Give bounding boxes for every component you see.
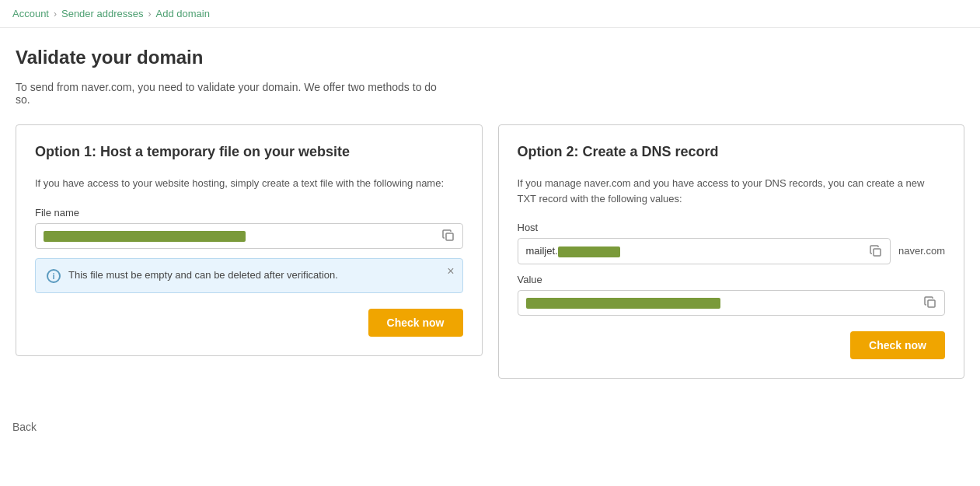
breadcrumb-separator-1: › (54, 9, 57, 19)
page-title: Validate your domain (16, 47, 964, 68)
page-content: Validate your domain To send from naver.… (0, 28, 980, 394)
option1-description: If you have access to your website hosti… (35, 176, 463, 191)
option2-host-domain: naver.com (898, 245, 945, 257)
svg-rect-0 (446, 233, 453, 240)
option2-card: Option 2: Create a DNS record If you man… (498, 124, 965, 379)
copy-icon-2 (870, 245, 882, 257)
option2-host-value: mailjet. (518, 239, 863, 264)
option1-file-name-value (36, 224, 434, 249)
option1-file-name-redacted (44, 231, 246, 242)
page-description: To send from naver.com, you need to vali… (16, 81, 451, 106)
back-link-container: Back (0, 413, 980, 441)
option2-value-display (518, 291, 917, 316)
option2-description: If you manage naver.com and you have acc… (518, 176, 946, 206)
info-icon: i (47, 269, 61, 283)
info-close-button[interactable]: × (447, 265, 454, 278)
option2-host-prefix: mailjet. (526, 245, 558, 257)
option1-info-text: This file must be empty and can be delet… (68, 268, 338, 282)
option2-value-input-wrapper (518, 290, 946, 316)
breadcrumb-separator-2: › (148, 9, 152, 19)
option2-check-now-button[interactable]: Check now (850, 331, 945, 359)
option1-title: Option 1: Host a temporary file on your … (35, 144, 463, 160)
back-link[interactable]: Back (12, 421, 37, 433)
option2-title: Option 2: Create a DNS record (518, 144, 946, 160)
option1-info-box: i This file must be empty and can be del… (35, 258, 463, 293)
option1-file-name-label: File name (35, 207, 463, 219)
svg-rect-1 (874, 249, 881, 256)
option2-value-copy-button[interactable] (916, 292, 944, 313)
option2-host-label: Host (518, 222, 946, 233)
option2-host-row: mailjet. naver.com (518, 238, 946, 264)
svg-rect-2 (928, 300, 935, 307)
breadcrumb: Account › Sender addresses › Add domain (0, 0, 980, 28)
option2-host-copy-button[interactable] (862, 240, 890, 262)
option1-file-name-input-wrapper (35, 223, 463, 250)
option2-host-input-wrapper: mailjet. (518, 238, 891, 264)
option2-value-label: Value (518, 274, 946, 285)
breadcrumb-account-link[interactable]: Account (12, 8, 49, 19)
copy-icon (442, 229, 455, 242)
options-container: Option 1: Host a temporary file on your … (16, 124, 964, 379)
option1-card: Option 1: Host a temporary file on your … (16, 124, 483, 356)
option2-host-redacted (558, 246, 620, 257)
breadcrumb-current: Add domain (156, 8, 210, 19)
option1-copy-button[interactable] (434, 225, 462, 246)
option1-check-now-button[interactable]: Check now (368, 309, 463, 337)
breadcrumb-sender-link[interactable]: Sender addresses (61, 8, 144, 19)
copy-icon-3 (924, 296, 936, 309)
option2-value-redacted (526, 298, 720, 309)
